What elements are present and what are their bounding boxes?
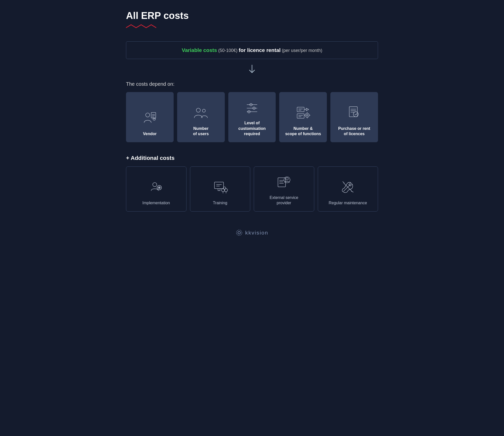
card-licences: Purchase or rentof licences — [330, 92, 378, 142]
card-external: External serviceprovider — [254, 166, 314, 212]
card-customisation-label: Level ofcustomisationrequired — [238, 120, 266, 137]
depends-on-label: The costs depend on: — [126, 81, 378, 87]
functions-icon — [295, 105, 311, 122]
card-customisation: Level ofcustomisationrequired — [228, 92, 276, 142]
card-vendor: Vendor — [126, 92, 174, 142]
svg-point-34 — [153, 183, 157, 187]
kkvision-gear-icon — [236, 229, 243, 236]
sliders-icon — [244, 99, 260, 116]
card-maintenance-label: Regular maintenance — [329, 200, 367, 206]
page-container: All ERP costs Variable costs (50-100€) f… — [126, 10, 378, 239]
additional-cards-grid: Implementation Training — [126, 166, 378, 212]
title-underline — [126, 23, 378, 31]
card-functions-label: Number &scope of functions — [285, 126, 321, 137]
page-title: All ERP costs — [126, 10, 378, 21]
squiggle-icon — [126, 23, 156, 30]
vendor-icon — [142, 110, 158, 127]
card-users-label: Numberof users — [193, 126, 209, 137]
svg-line-57 — [343, 182, 344, 183]
card-implementation: Implementation — [126, 166, 186, 212]
svg-point-1 — [146, 113, 150, 117]
card-training: Training — [190, 166, 250, 212]
implementation-icon — [148, 179, 164, 196]
vc-suffix: (per user/per month) — [281, 48, 322, 53]
depend-cards-grid: Vendor Numberof users — [126, 92, 378, 142]
vc-green-text: Variable costs — [182, 47, 217, 53]
maintenance-icon — [340, 179, 356, 196]
svg-point-8 — [202, 109, 205, 112]
svg-rect-15 — [297, 107, 304, 112]
svg-point-44 — [225, 189, 228, 192]
vc-range: (50-100€) — [217, 48, 239, 53]
variable-costs-banner: Variable costs (50-100€) for licence ren… — [126, 41, 378, 59]
users-icon — [193, 105, 209, 122]
svg-point-23 — [305, 113, 309, 117]
svg-point-54 — [286, 178, 288, 180]
card-number-users: Numberof users — [177, 92, 225, 142]
svg-point-60 — [236, 230, 242, 236]
svg-rect-18 — [297, 114, 304, 118]
training-icon — [212, 179, 228, 196]
svg-rect-40 — [214, 182, 224, 189]
card-external-label: External serviceprovider — [270, 195, 298, 206]
additional-costs-title: + Additional costs — [126, 155, 378, 161]
svg-point-24 — [306, 114, 308, 116]
svg-line-58 — [351, 191, 353, 192]
svg-point-7 — [196, 108, 200, 112]
vc-bold-text: for licence rental — [239, 47, 280, 53]
footer-logo: kkvision — [126, 229, 378, 236]
card-implementation-label: Implementation — [142, 200, 170, 206]
footer-logo-text: kkvision — [245, 230, 268, 236]
card-licences-label: Purchase or rentof licences — [338, 126, 370, 137]
footer: kkvision — [126, 224, 378, 239]
svg-point-59 — [238, 231, 240, 234]
external-icon — [276, 174, 292, 191]
svg-point-33 — [353, 112, 358, 117]
licences-icon — [346, 105, 362, 122]
card-maintenance: Regular maintenance — [318, 166, 378, 212]
arrow-down-icon — [126, 64, 378, 76]
card-training-label: Training — [213, 200, 227, 206]
svg-point-43 — [222, 189, 225, 192]
card-vendor-label: Vendor — [143, 131, 156, 137]
svg-marker-22 — [306, 108, 309, 111]
card-functions: Number &scope of functions — [279, 92, 327, 142]
